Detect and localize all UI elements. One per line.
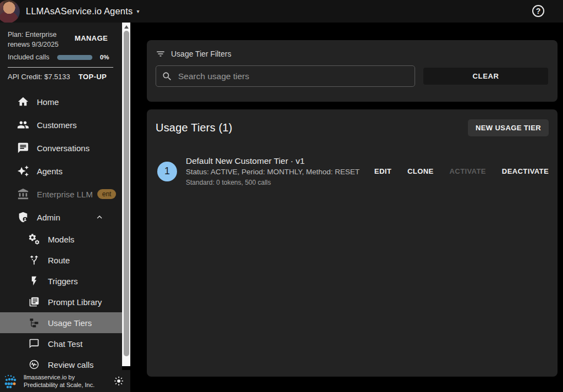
usage-tiers-panel: Usage Tiers (1) NEW USAGE TIER 1 Default… [147, 109, 558, 377]
sidebar-footer: llmasaservice.io by Predictability at Sc… [0, 370, 130, 392]
edit-button[interactable]: EDIT [374, 167, 391, 175]
sidebar-scrollbar[interactable] [122, 23, 130, 366]
sidebar-item-triggers[interactable]: Triggers [0, 270, 122, 291]
main-content: Usage Tier Filters CLEAR Usage Tiers (1)… [130, 23, 563, 392]
sidebar-item-label: Prompt Library [48, 297, 102, 307]
bank-icon [16, 187, 30, 201]
footer-company-line1: llmasaservice.io by [24, 373, 113, 381]
ent-badge: ent [97, 189, 117, 199]
sidebar-item-label: Customers [37, 120, 77, 130]
tier-status-line: Status: ACTIVE, Period: MONTHLY, Method:… [186, 167, 374, 178]
search-icon [162, 71, 173, 82]
filters-panel-title: Usage Tier Filters [171, 49, 231, 58]
theme-toggle-sun-icon[interactable] [113, 375, 125, 387]
app-root: LLMAsAService.io Agents ▾ ? Plan: Enterp… [0, 0, 563, 392]
plan-name: Plan: Enterprise [8, 30, 58, 40]
search-input[interactable] [178, 71, 409, 81]
app-title[interactable]: LLMAsAService.io Agents [26, 6, 133, 16]
library-icon [27, 295, 41, 308]
filter-icon [156, 49, 165, 59]
help-icon[interactable]: ? [532, 5, 544, 17]
deactivate-button[interactable]: DEACTIVATE [502, 167, 549, 175]
sidebar-item-review-calls[interactable]: Review calls [0, 354, 122, 370]
sidebar-item-prompt-library[interactable]: Prompt Library [0, 291, 122, 312]
home-icon [16, 95, 30, 108]
route-icon [27, 253, 41, 267]
manage-button[interactable]: MANAGE [75, 34, 108, 42]
sidebar-item-label: Home [37, 97, 59, 107]
clear-button[interactable]: CLEAR [423, 68, 548, 85]
sidebar-item-conversations[interactable]: Conversations [0, 136, 122, 159]
usage-tier-list-item[interactable]: 1 Default New Customer Tier · v1 Status:… [156, 155, 549, 187]
new-usage-tier-button[interactable]: NEW USAGE TIER [468, 119, 549, 136]
sidebar-item-label: Route [48, 256, 70, 265]
included-calls-label: Included calls [8, 53, 49, 61]
chevron-down-icon[interactable]: ▾ [136, 8, 139, 14]
company-logo [3, 373, 20, 389]
tier-number-avatar: 1 [157, 162, 177, 181]
included-calls-percent: 0% [100, 54, 109, 60]
plan-divider [8, 67, 113, 68]
sidebar-item-admin[interactable]: Admin [0, 206, 122, 229]
sidebar-item-chat-test[interactable]: Chat Test [0, 333, 122, 354]
sidebar-item-label: Chat Test [48, 339, 82, 349]
sidebar-item-agents[interactable]: Agents [0, 159, 122, 183]
tier-detail-line: Standard: 0 tokens, 500 calls [186, 178, 374, 187]
sidebar-item-usage-tiers[interactable]: Usage Tiers [0, 312, 122, 333]
tier-name: Default New Customer Tier · v1 [186, 155, 374, 167]
sidebar-item-label: Enterprise LLM [37, 190, 93, 199]
admin-shield-icon [16, 211, 30, 224]
agents-sparkle-icon [16, 164, 30, 178]
clone-button[interactable]: CLONE [407, 167, 434, 175]
sidebar-item-home[interactable]: Home [0, 90, 122, 113]
gears-icon [27, 233, 41, 246]
usage-tiers-title: Usage Tiers (1) [156, 122, 233, 134]
help-glyph: ? [536, 7, 541, 15]
footer-company-line2: Predictability at Scale, Inc. [24, 381, 113, 389]
sidebar-item-label: Conversations [37, 143, 90, 153]
sidebar-item-label: Triggers [48, 277, 78, 286]
api-credit-label: API Credit: $7.5133 [8, 73, 70, 81]
top-bar: LLMAsAService.io Agents ▾ ? [0, 0, 563, 23]
sidebar-item-label: Agents [37, 167, 63, 176]
sidebar-item-label: Review calls [48, 360, 93, 369]
sidebar-nav: Home Customers Conversations Agents [0, 90, 122, 370]
conversations-icon [16, 141, 30, 154]
sidebar-item-label: Usage Tiers [48, 318, 92, 328]
included-calls-progress [57, 55, 92, 60]
customers-icon [16, 118, 30, 131]
topup-button[interactable]: TOP-UP [79, 73, 107, 81]
scrollbar-up-arrow-icon[interactable] [124, 25, 129, 29]
plan-block: Plan: Enterprise renews 9/3/2025 MANAGE … [0, 23, 122, 90]
sidebar-item-label: Models [48, 235, 74, 244]
sidebar-item-customers[interactable]: Customers [0, 113, 122, 136]
sidebar-item-enterprise-llm[interactable]: Enterprise LLM ent [0, 183, 122, 206]
chat-outline-icon [27, 337, 41, 350]
usage-tier-filters-panel: Usage Tier Filters CLEAR [147, 40, 558, 102]
sidebar-item-label: Admin [37, 213, 60, 222]
review-calls-icon [27, 358, 41, 370]
activate-button: ACTIVATE [450, 167, 486, 175]
bolt-icon [27, 274, 41, 288]
sidebar-item-models[interactable]: Models [0, 229, 122, 250]
user-avatar[interactable] [0, 0, 20, 23]
tree-icon [27, 316, 41, 329]
search-box[interactable] [156, 65, 415, 87]
chevron-up-icon[interactable] [95, 212, 104, 222]
plan-renews: renews 9/3/2025 [8, 40, 58, 49]
sidebar: Plan: Enterprise renews 9/3/2025 MANAGE … [0, 23, 122, 370]
scrollbar-thumb[interactable] [124, 31, 129, 356]
sidebar-item-route[interactable]: Route [0, 250, 122, 270]
